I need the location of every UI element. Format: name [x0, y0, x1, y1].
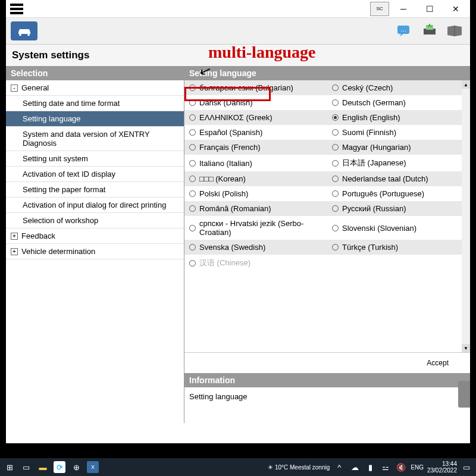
tray-notifications-icon[interactable]: ▭: [461, 461, 472, 473]
sidebar-item[interactable]: Setting the paper format: [6, 182, 184, 198]
language-option[interactable]: ΕΛΛΗΝΙΚΟΣ (Greek): [184, 110, 327, 125]
sidebar-item-label: Vehicle determination: [21, 247, 95, 256]
side-tab[interactable]: [458, 381, 470, 408]
sidebar-item-label: Setting date and time format: [23, 99, 120, 108]
taskbar: ⊞ ▭ ▬ ⟳ ⊕ X ☀ 10°C Meestal zonnig ^ ☁ ▮ …: [0, 458, 476, 476]
language-option: [327, 255, 470, 271]
sidebar-item-label: Setting language: [23, 114, 81, 123]
sidebar-item[interactable]: +Feedback: [6, 228, 184, 244]
titlebar-badge: SC: [370, 2, 389, 16]
chat-icon[interactable]: …: [394, 22, 415, 40]
language-option[interactable]: Suomi (Finnish): [327, 125, 470, 140]
language-option[interactable]: Türkçe (Turkish): [327, 240, 470, 255]
language-option[interactable]: Español (Spanish): [184, 125, 327, 140]
annotation-title: multi-language: [208, 43, 315, 62]
language-option[interactable]: Română (Romanian): [184, 201, 327, 216]
vehicle-button[interactable]: [11, 21, 37, 40]
language-label: Nederlandse taal (Dutch): [342, 174, 428, 183]
sidebar-header: Selection: [6, 66, 184, 80]
accept-bar: Accept: [184, 352, 470, 373]
language-option[interactable]: Nederlandse taal (Dutch): [327, 171, 470, 186]
tray-chevron-icon[interactable]: ^: [333, 461, 345, 473]
tray-battery-icon[interactable]: ▮: [364, 461, 376, 473]
language-label: □□□ (Korean): [199, 174, 246, 183]
language-label: Magyar (Hungarian): [342, 143, 411, 152]
language-option[interactable]: Slovenski (Slovenian): [327, 216, 470, 240]
language-row: Română (Romanian)Русский (Russian): [184, 201, 470, 216]
language-option[interactable]: Dansk (Danish): [184, 95, 327, 110]
sidebar-item[interactable]: System and data version of XENTRY Diagno…: [6, 127, 184, 151]
sidebar-item[interactable]: Setting date and time format: [6, 96, 184, 111]
print-icon[interactable]: [419, 22, 440, 40]
language-option[interactable]: □□□ (Korean): [184, 171, 327, 186]
language-option[interactable]: Ceský (Czech): [327, 80, 470, 95]
language-label: English (English): [342, 113, 400, 122]
minimize-button[interactable]: ─: [392, 1, 415, 17]
sidebar-item[interactable]: Selection of workshop: [6, 213, 184, 228]
language-option[interactable]: English (English): [327, 110, 470, 125]
language-option[interactable]: български език (Bulgarian): [184, 80, 327, 95]
book-icon[interactable]: [444, 22, 465, 40]
radio-icon: [189, 129, 196, 136]
close-button[interactable]: ✕: [444, 1, 468, 17]
language-option[interactable]: 日本語 (Japanese): [327, 155, 470, 171]
weather-widget[interactable]: ☀ 10°C Meestal zonnig: [268, 464, 330, 471]
task-view-icon[interactable]: ▭: [20, 461, 32, 473]
language-option[interactable]: Magyar (Hungarian): [327, 140, 470, 155]
start-button[interactable]: ⊞: [4, 461, 15, 473]
main-panel: Setting language български език (Bulgari…: [184, 66, 470, 423]
sidebar-item[interactable]: Activation of text ID display: [6, 167, 184, 182]
radio-icon: [332, 99, 339, 106]
sidebar-item[interactable]: Setting unit system: [6, 151, 184, 167]
language-option[interactable]: Français (French): [184, 140, 327, 155]
radio-icon: [189, 144, 196, 151]
language-option[interactable]: Svenska (Swedish): [184, 240, 327, 255]
expand-icon[interactable]: +: [11, 248, 18, 255]
tray-volume-icon[interactable]: 🔇: [395, 461, 407, 473]
sidebar-item[interactable]: Activation of input dialog for direct pr…: [6, 198, 184, 213]
language-option[interactable]: Polski (Polish): [184, 186, 327, 201]
language-label: Deutsch (German): [342, 98, 406, 107]
language-option[interactable]: Deutsch (German): [327, 95, 470, 110]
language-row: български език (Bulgarian)Ceský (Czech): [184, 80, 470, 95]
scroll-up-icon[interactable]: ▲: [462, 80, 470, 89]
app-icon[interactable]: X: [87, 461, 99, 473]
collapse-icon[interactable]: -: [11, 84, 18, 92]
language-row: Polski (Polish)Português (Portuguese): [184, 186, 470, 201]
language-label: Slovenski (Slovenian): [342, 224, 416, 233]
sidebar-item[interactable]: Setting language: [6, 111, 184, 127]
radio-icon: [332, 160, 339, 167]
radio-icon: [189, 176, 196, 182]
titlebar: SC ─ ☐ ✕: [6, 0, 470, 18]
radio-icon: [189, 225, 196, 231]
radio-icon: [332, 114, 339, 121]
file-explorer-icon[interactable]: ▬: [37, 461, 49, 473]
language-label: Русский (Russian): [342, 204, 406, 213]
tray-wifi-icon[interactable]: ⚍: [380, 461, 392, 473]
tray-language[interactable]: ENG: [411, 464, 424, 471]
language-label: български език (Bulgarian): [199, 83, 293, 92]
sidebar-item[interactable]: +Vehicle determination: [6, 244, 184, 259]
language-option[interactable]: Português (Portuguese): [327, 186, 470, 201]
language-row: ΕΛΛΗΝΙΚΟΣ (Greek)English (English): [184, 110, 470, 125]
security-icon[interactable]: ⊕: [70, 461, 82, 473]
language-option[interactable]: 汉语 (Chinese): [184, 255, 327, 271]
sidebar-item[interactable]: -General: [6, 80, 184, 96]
teamviewer-icon[interactable]: ⟳: [54, 461, 65, 473]
scroll-down-icon[interactable]: ▼: [462, 344, 470, 352]
radio-icon: [332, 244, 339, 250]
language-label: 日本語 (Japanese): [342, 158, 406, 168]
maximize-button[interactable]: ☐: [418, 1, 441, 17]
language-option[interactable]: Русский (Russian): [327, 201, 470, 216]
accept-button[interactable]: Accept: [417, 356, 458, 369]
expand-icon[interactable]: +: [11, 233, 18, 240]
language-label: ΕΛΛΗΝΙΚΟΣ (Greek): [199, 113, 273, 122]
sidebar-item-label: Activation of text ID display: [23, 170, 115, 178]
hamburger-menu-icon[interactable]: [8, 2, 25, 15]
scrollbar[interactable]: ▲ ▼: [462, 80, 470, 352]
tray-clock[interactable]: 13:4423/02/2022: [427, 461, 457, 474]
language-option[interactable]: Italiano (Italian): [184, 155, 327, 171]
language-option[interactable]: српски - Hrvatski jezik (Serbo-Croatian): [184, 216, 327, 240]
language-label: Türkçe (Turkish): [342, 243, 398, 252]
tray-cloud-icon[interactable]: ☁: [349, 461, 361, 473]
